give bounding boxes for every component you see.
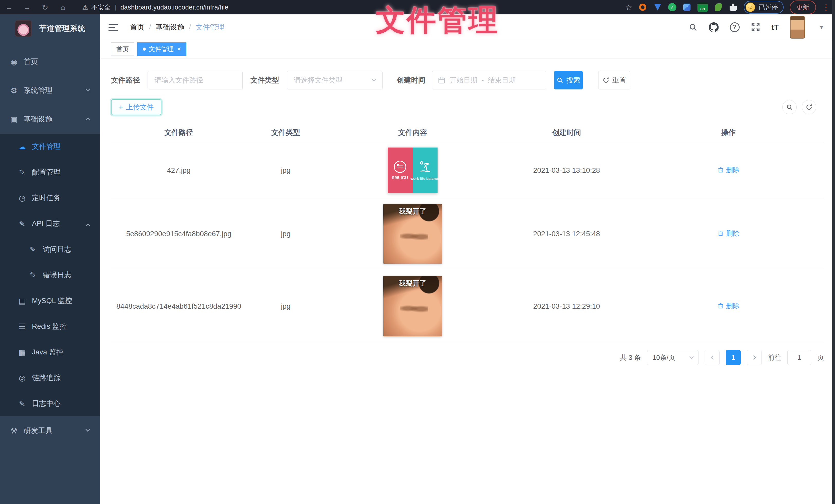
log-edit-icon: ✎	[17, 219, 27, 228]
chevron-down-icon	[85, 427, 90, 432]
chart-monitor-icon: ▦	[17, 348, 27, 357]
sidebar-item-scheduled-tasks[interactable]: ◷ 定时任务	[0, 185, 100, 211]
prev-page-button[interactable]	[705, 350, 719, 365]
delete-button[interactable]: 删除	[717, 229, 739, 238]
date-range-picker[interactable]: 开始日期 - 结束日期	[432, 71, 546, 89]
browser-forward-icon[interactable]: →	[18, 3, 36, 12]
sidebar-item-label: 错误日志	[43, 270, 72, 280]
end-date-placeholder: 结束日期	[488, 76, 516, 85]
delete-button[interactable]: 删除	[717, 301, 739, 311]
sidebar-collapse-icon[interactable]	[108, 24, 118, 31]
breadcrumb-home[interactable]: 首页	[130, 22, 144, 32]
browser-reload-icon[interactable]: ↻	[36, 3, 54, 12]
sidebar-item-log-center[interactable]: ✎ 日志中心	[0, 391, 100, 416]
user-avatar[interactable]	[790, 16, 805, 39]
goto-page-input[interactable]	[788, 350, 811, 365]
reset-button[interactable]: 重置	[598, 71, 630, 89]
actions-cell: 删除	[633, 301, 824, 311]
browser-menu-icon[interactable]: ⋮	[822, 3, 830, 12]
total-count-label: 共 3 条	[620, 353, 641, 362]
file-path-input-field[interactable]	[148, 76, 242, 84]
bookmark-star-icon[interactable]: ☆	[625, 3, 632, 12]
sidebar-item-redis-monitor[interactable]: ☰ Redis 监控	[0, 314, 100, 339]
range-separator: -	[482, 76, 484, 84]
extension-donut-icon[interactable]	[638, 3, 647, 12]
create-time-cell: 2021-03-13 12:45:48	[500, 230, 633, 238]
github-icon[interactable]	[709, 22, 718, 32]
sidebar-item-java-monitor[interactable]: ▦ Java 监控	[0, 339, 100, 365]
font-size-icon[interactable]: tT	[772, 23, 779, 31]
file-type-select[interactable]: 请选择文件类型	[287, 71, 383, 89]
not-secure-warning-icon[interactable]: ⚠	[82, 3, 88, 11]
sidebar-item-link-tracing[interactable]: ◎ 链路追踪	[0, 365, 100, 391]
sidebar-item-label: API 日志	[32, 219, 60, 229]
create-time-cell: 2021-03-13 12:29:10	[500, 302, 633, 311]
address-bar[interactable]: ⚠ 不安全 | dashboard.yudao.iocoder.cn/infra…	[82, 3, 228, 12]
clock-icon: ◷	[17, 193, 27, 203]
file-thumbnail-996icu-banner[interactable]: 996.ICU work-life balance	[388, 148, 437, 193]
page-number-current[interactable]: 1	[726, 350, 741, 365]
extension-on-switch-icon[interactable]: on	[697, 2, 708, 12]
file-path-input[interactable]	[147, 71, 243, 89]
sidebar-item-home[interactable]: ◉ 首页	[0, 47, 100, 76]
sidebar-item-error-logs[interactable]: ✎ 错误日志	[0, 262, 100, 288]
file-type-label: 文件类型	[250, 75, 279, 85]
pagination: 共 3 条 10条/页 1 前往 页	[111, 350, 824, 375]
sidebar-item-dev-tools[interactable]: ⚒ 研发工具	[0, 416, 100, 445]
window-scrollbar-strip[interactable]	[832, 0, 835, 504]
delete-button[interactable]: 删除	[717, 166, 739, 174]
file-path-cell: 8448cada8c714e4ab61f521c8da21990	[111, 302, 247, 311]
browser-home-icon[interactable]: ⌂	[54, 3, 72, 12]
plus-icon: +	[119, 103, 123, 111]
refresh-button[interactable]	[802, 100, 816, 114]
tab-home[interactable]: 首页	[111, 42, 134, 56]
sidebar-item-mysql-monitor[interactable]: ▤ MySQL 监控	[0, 288, 100, 314]
create-time-cell: 2021-03-13 13:10:28	[500, 166, 633, 174]
upload-file-button[interactable]: + 上传文件	[111, 99, 161, 115]
browser-update-button[interactable]: 更新	[790, 1, 816, 14]
sidebar-item-system-management[interactable]: ⚙ 系统管理	[0, 76, 100, 105]
page-content: 文件路径 文件类型 请选择文件类型 创建时间	[100, 58, 832, 375]
tab-file-management[interactable]: 文件管理 ×	[137, 42, 186, 56]
search-icon[interactable]	[689, 23, 697, 31]
extension-pin-icon[interactable]	[653, 3, 662, 12]
url-text[interactable]: dashboard.yudao.iocoder.cn/infra/file	[121, 4, 228, 11]
page-size-select[interactable]: 10条/页	[647, 350, 698, 365]
sidebar-item-label: 研发工具	[24, 426, 53, 436]
cloud-upload-icon: ☁	[17, 142, 27, 151]
reset-button-label: 重置	[612, 76, 626, 85]
active-tab-dot	[143, 47, 146, 50]
browser-back-icon[interactable]: ←	[0, 3, 18, 12]
user-menu-caret-icon[interactable]: ▾	[820, 23, 823, 31]
close-icon[interactable]: ×	[177, 45, 181, 53]
fullscreen-icon[interactable]	[751, 23, 760, 32]
layers-icon: ☰	[17, 322, 27, 331]
screen: ← → ↻ ⌂ ⚠ 不安全 | dashboard.yudao.iocoder.…	[0, 0, 835, 504]
next-page-button[interactable]	[747, 350, 762, 365]
extension-puzzle-icon[interactable]	[729, 3, 737, 12]
breadcrumb-infrastructure[interactable]: 基础设施	[156, 22, 184, 32]
file-thumbnail-crying-baby[interactable]: 我裂开了	[383, 204, 442, 264]
banner-left-panel: 996.ICU	[388, 148, 413, 193]
sidebar-item-file-management[interactable]: ☁ 文件管理	[0, 134, 100, 159]
extension-leaf-icon[interactable]	[714, 3, 722, 12]
sidebar-item-api-logs[interactable]: ✎ API 日志	[0, 211, 100, 236]
file-thumbnail-crying-baby[interactable]: 我裂开了	[383, 276, 442, 336]
sidebar-item-infrastructure[interactable]: ▣ 基础设施	[0, 105, 100, 134]
help-icon[interactable]: ?	[730, 22, 740, 32]
file-content-cell: 我裂开了	[325, 200, 500, 268]
infrastructure-submenu: ☁ 文件管理 ✎ 配置管理 ◷ 定时任务 ✎ API 日志 ✎	[0, 134, 100, 416]
extension-grid-icon[interactable]	[683, 3, 691, 12]
actions-cell: 删除	[633, 166, 824, 175]
profile-paused-pill[interactable]: ☺ 已暂停	[744, 1, 783, 14]
search-button[interactable]: 搜索	[554, 71, 583, 89]
sidebar-item-access-logs[interactable]: ✎ 访问日志	[0, 236, 100, 262]
navbar-tools: ? tT ▾	[689, 16, 823, 39]
toggle-search-button[interactable]	[782, 100, 797, 114]
sidebar-item-label: 定时任务	[32, 193, 61, 203]
tab-label: 文件管理	[149, 45, 174, 53]
start-date-placeholder: 开始日期	[450, 76, 477, 85]
extension-check-icon[interactable]: ✓	[668, 3, 676, 11]
breadcrumb-separator: /	[189, 23, 191, 31]
sidebar-item-config-management[interactable]: ✎ 配置管理	[0, 159, 100, 185]
